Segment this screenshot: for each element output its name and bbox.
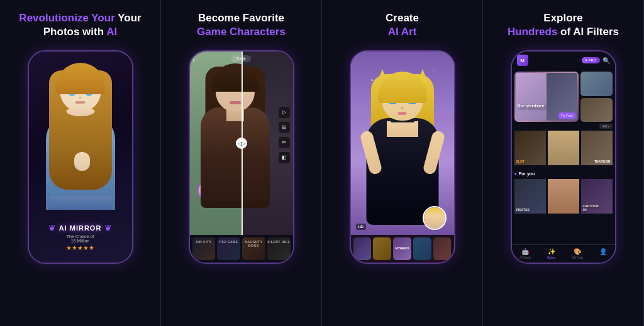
slide-handle[interactable]: ◁▷ <box>236 138 247 149</box>
thumb3-4[interactable] <box>413 237 431 260</box>
layers-icon[interactable]: ⊞ <box>279 122 290 133</box>
filter-grid-mid: SLOT TEAROOM <box>514 131 613 168</box>
thumb3-3[interactable]: MYHERO <box>393 237 411 260</box>
pro-badge[interactable]: ♥ PRO <box>582 57 599 63</box>
badge-title: AI MIRROR <box>59 224 102 232</box>
search-icon[interactable]: 🔍 <box>602 57 610 64</box>
template-icon[interactable]: ◧ <box>279 152 290 163</box>
for-you-section: ♥ For you <box>514 170 613 177</box>
thumb-ps2-label: PS2 GAME <box>217 237 240 244</box>
ai-tools-label: AI Tools <box>519 256 531 259</box>
thumb-naughty-label: NAUGHTY DOGS <box>242 237 265 247</box>
venture-label: the venture <box>518 104 545 109</box>
filter-card-face[interactable] <box>548 179 579 214</box>
for-you-text: For you <box>519 171 535 176</box>
thumb3-1[interactable] <box>353 237 372 260</box>
filter-card-slot[interactable]: SLOT <box>514 131 546 165</box>
cartoon3d-label: CARTOON3D <box>583 205 599 212</box>
app-footer: 🤖 AI Tools ✨ Styles 🎨 DIY Lab 👤 <box>512 244 615 263</box>
thumb-silent-label: SILENT HILL <box>267 237 291 244</box>
panel1-title-normal: Your <box>118 12 141 24</box>
panel2-title-accent: Game Characters <box>197 26 286 38</box>
panel1-title: Revolutionize Your Your Photos with AI <box>19 11 141 43</box>
art-style-thumbnails: MYHERO <box>351 235 454 263</box>
ai-mirror-badge: ❦ AI MIRROR ❦ The Choice of15 Million ★★… <box>48 223 113 251</box>
tearoom-label: TEAROOM <box>594 160 611 163</box>
panel1-title-photos: Photos with <box>43 26 106 38</box>
laurel-left: ❦ <box>48 223 56 233</box>
thumb-silent-hill[interactable]: SILENT HILL <box>267 237 291 260</box>
phone-frame-4: M ♥ PRO 🔍 the venture <box>511 50 616 264</box>
star-rating: ★★★★★ <box>66 244 94 251</box>
panel1-title-accent: Revolutionize Your <box>19 12 114 24</box>
phone-frame-3: HD MYHERO <box>350 50 455 264</box>
panel-revolutionize: Revolutionize Your Your Photos with AI <box>0 0 161 326</box>
thumb3-5[interactable] <box>433 237 452 260</box>
try-free-badge[interactable]: Try Free <box>558 112 575 119</box>
filter-card-1a[interactable] <box>580 72 613 96</box>
thumb-ps2-game[interactable]: PS2 GAME <box>217 237 240 260</box>
styles-label: Styles <box>547 256 556 259</box>
panel-ai-art: Create AI Art <box>322 0 483 326</box>
filter-card-venture[interactable]: the venture Try Free <box>514 72 579 122</box>
ai-tools-icon: 🤖 <box>521 248 529 255</box>
panel2-title-normal: Become Favorite <box>198 12 284 24</box>
side-toolbar: ▷ ⊞ ⇔ ◧ <box>279 107 290 163</box>
app-header: M ♥ PRO 🔍 <box>512 52 615 69</box>
compare-icon[interactable]: ⇔ <box>279 137 290 148</box>
laurel-right: ❦ <box>104 223 112 233</box>
filter-card-1b[interactable] <box>580 98 613 122</box>
footer-styles[interactable]: ✨ Styles <box>547 248 556 259</box>
pirate-label: PIRATES <box>516 208 530 212</box>
style-thumbnails: SIN CITY PS2 GAME NAUGHTY DOGS SILENT HI… <box>190 235 293 263</box>
anime-girl-illustration <box>29 52 132 210</box>
thumb3-2[interactable] <box>373 237 391 260</box>
footer-diy-lab[interactable]: 🎨 DIY Lab <box>572 248 583 259</box>
footer-ai-tools[interactable]: 🤖 AI Tools <box>519 248 531 259</box>
filter-content: the venture Try Free All › <box>512 69 615 244</box>
panel3-title-normal: Create <box>386 12 419 24</box>
panel4-title-hundreds: Hundreds <box>508 26 557 38</box>
panel4-title-explore: Explore <box>543 12 582 24</box>
thumb-naughty[interactable]: NAUGHTY DOGS <box>242 237 265 260</box>
filter-grid-bottom: PIRATES CARTOON3D <box>514 179 613 217</box>
filter-card-person[interactable] <box>548 131 579 165</box>
filter-grid-top: the venture Try Free <box>514 72 613 122</box>
footer-profile[interactable]: 👤 <box>599 248 607 259</box>
panel2-title: Become Favorite Game Characters <box>197 11 286 43</box>
slide-left-arrow[interactable]: ‹ <box>193 57 195 63</box>
phone-frame-1: ❦ AI MIRROR ❦ The Choice of15 Million ★★… <box>28 50 133 264</box>
slot-label: SLOT <box>516 160 525 163</box>
panel1-title-ai: AI <box>106 26 117 38</box>
thumb-sin-label: SIN CITY <box>192 237 216 244</box>
diy-lab-label: DIY Lab <box>572 256 583 259</box>
diy-lab-icon: 🎨 <box>574 248 581 255</box>
panel-ai-filters: Explore Hundreds of AI Filters M ♥ PRO 🔍 <box>483 0 644 326</box>
filter-card-pirate[interactable]: PIRATES <box>514 179 546 214</box>
panel3-title: Create AI Art <box>386 11 419 43</box>
app-logo: M <box>517 55 528 66</box>
all-button[interactable]: All › <box>599 124 612 129</box>
heart-icon: ♥ <box>514 171 517 176</box>
video-icon[interactable]: ▷ <box>279 107 290 118</box>
filter-card-tearoom[interactable]: TEAROOM <box>581 131 613 165</box>
myhero-thumb-label: MYHERO <box>393 237 411 252</box>
panel3-title-accent: AI Art <box>388 26 417 38</box>
styles-icon: ✨ <box>548 248 555 255</box>
thumb-sin-city[interactable]: SIN CITY <box>192 237 216 260</box>
panel4-title: Explore Hundreds of AI Filters <box>508 11 619 43</box>
badge-sub: The Choice of15 Million <box>67 234 94 243</box>
filter-card-cartoon3d[interactable]: CARTOON3D <box>581 179 613 214</box>
panel4-title-end: of AI Filters <box>560 26 619 38</box>
panel-game-characters: Become Favorite Game Characters Slide ‹ … <box>161 0 322 326</box>
profile-icon: 👤 <box>599 248 607 255</box>
phone-frame-2: Slide ‹ ◁▷ <box>189 50 294 264</box>
